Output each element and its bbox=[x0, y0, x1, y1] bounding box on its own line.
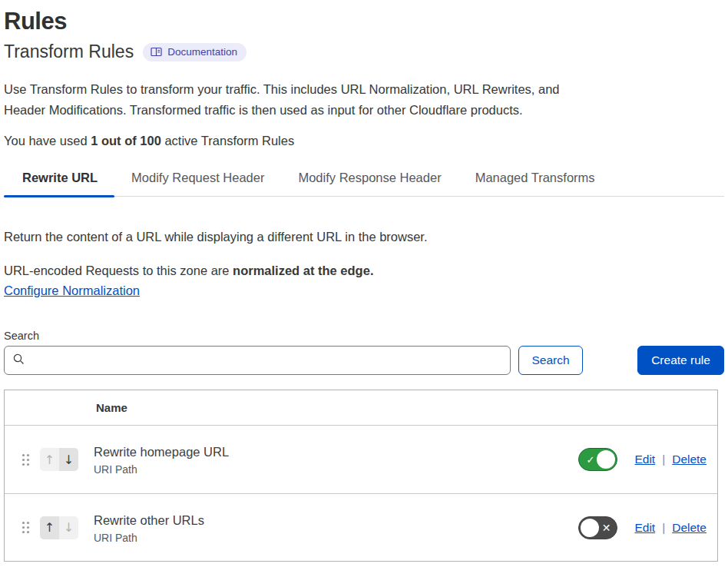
toggle-knob bbox=[597, 450, 615, 469]
rule-field: URI Path bbox=[94, 463, 229, 476]
toggle-knob bbox=[581, 519, 599, 537]
rule-name: Rewrite other URLs bbox=[94, 512, 204, 529]
table-row: ↑ ↓ Rewrite homepage URL URI Path ✓ ✕ Ed… bbox=[5, 426, 717, 493]
cross-icon: ✕ bbox=[602, 522, 611, 534]
usage-summary: You have used 1 out of 100 active Transf… bbox=[4, 134, 724, 148]
check-icon: ✓ bbox=[586, 454, 594, 466]
page-subtitle: Transform Rules bbox=[4, 41, 134, 62]
move-up-button[interactable]: ↑ bbox=[40, 448, 59, 471]
normalization-status-bold: normalized at the edge. bbox=[233, 264, 373, 277]
tab-managed-transforms[interactable]: Managed Transforms bbox=[458, 171, 612, 196]
row-actions: Edit | Delete bbox=[634, 453, 706, 466]
normalization-status: URL-encoded Requests to this zone are no… bbox=[4, 264, 724, 278]
drag-handle-icon[interactable] bbox=[22, 521, 30, 534]
search-icon bbox=[12, 353, 25, 369]
move-up-button[interactable]: ↑ bbox=[40, 516, 59, 539]
documentation-badge-label: Documentation bbox=[167, 46, 237, 58]
page-subtitle-row: Transform Rules Documentation bbox=[4, 41, 724, 62]
tab-description: Return the content of a URL while displa… bbox=[4, 230, 724, 244]
toolbar: Search Create rule bbox=[4, 346, 724, 375]
usage-count: 1 out of 100 bbox=[91, 134, 161, 148]
rule-name: Rewrite homepage URL bbox=[94, 443, 229, 460]
down-arrow-icon: ↓ bbox=[64, 520, 74, 535]
rule-field: URI Path bbox=[94, 532, 204, 544]
down-arrow-icon: ↓ bbox=[64, 453, 74, 467]
book-icon bbox=[151, 47, 162, 57]
search-button[interactable]: Search bbox=[518, 346, 583, 375]
table-header-row: Name bbox=[5, 390, 717, 426]
delete-link[interactable]: Delete bbox=[672, 521, 706, 535]
documentation-badge[interactable]: Documentation bbox=[143, 43, 247, 61]
move-buttons: ↑ ↓ bbox=[40, 448, 78, 471]
table-row: ↑ ↓ Rewrite other URLs URI Path ✓ ✕ Edit… bbox=[5, 493, 717, 561]
column-header-name: Name bbox=[5, 401, 127, 414]
action-separator: | bbox=[662, 453, 665, 466]
tab-rewrite-url[interactable]: Rewrite URL bbox=[4, 171, 114, 196]
drag-handle-icon[interactable] bbox=[22, 453, 30, 466]
page-description: Use Transform Rules to transform your tr… bbox=[4, 79, 604, 121]
move-down-button[interactable]: ↓ bbox=[59, 448, 78, 471]
rule-enabled-toggle[interactable]: ✓ ✕ bbox=[578, 516, 617, 539]
action-separator: | bbox=[662, 521, 665, 535]
search-box[interactable] bbox=[4, 346, 511, 375]
tab-modify-request-header[interactable]: Modify Request Header bbox=[114, 171, 281, 196]
move-down-button[interactable]: ↓ bbox=[59, 516, 78, 539]
rules-table: Name ↑ ↓ Rewrite homepage URL URI Path ✓… bbox=[4, 390, 718, 562]
edit-link[interactable]: Edit bbox=[634, 521, 655, 535]
page-title: Rules bbox=[4, 6, 724, 37]
up-arrow-icon: ↑ bbox=[45, 453, 55, 467]
search-label: Search bbox=[4, 330, 724, 342]
rule-enabled-toggle[interactable]: ✓ ✕ bbox=[578, 448, 617, 471]
search-input[interactable] bbox=[31, 347, 502, 374]
tab-modify-response-header[interactable]: Modify Response Header bbox=[281, 171, 458, 196]
delete-link[interactable]: Delete bbox=[672, 453, 706, 466]
tabbar: Rewrite URL Modify Request Header Modify… bbox=[4, 171, 724, 197]
configure-normalization-link[interactable]: Configure Normalization bbox=[4, 284, 140, 298]
edit-link[interactable]: Edit bbox=[634, 453, 655, 466]
move-buttons: ↑ ↓ bbox=[40, 516, 78, 539]
up-arrow-icon: ↑ bbox=[45, 520, 55, 535]
rule-text: Rewrite other URLs URI Path bbox=[94, 512, 204, 544]
create-rule-button[interactable]: Create rule bbox=[637, 346, 724, 375]
rule-text: Rewrite homepage URL URI Path bbox=[94, 443, 229, 476]
row-actions: Edit | Delete bbox=[634, 521, 706, 535]
